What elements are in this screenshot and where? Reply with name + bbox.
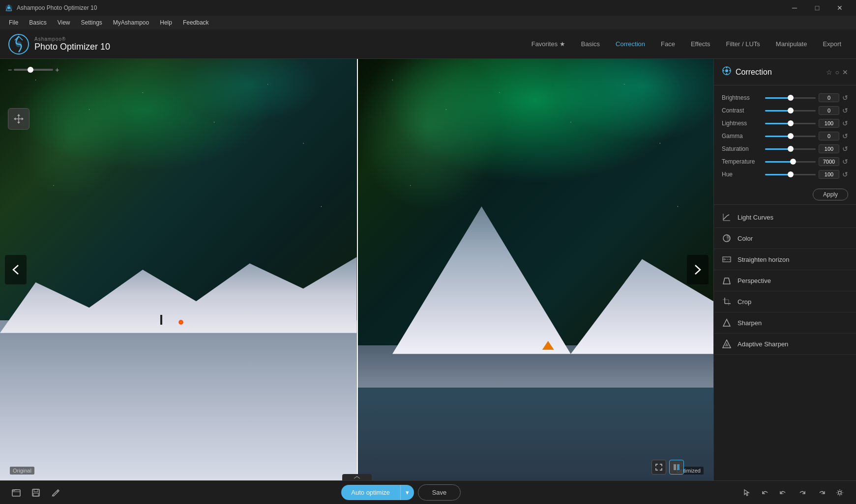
redo-all-button[interactable] <box>813 484 829 501</box>
tool-light-curves[interactable]: Light Curves <box>714 207 856 228</box>
perspective-icon <box>722 276 732 285</box>
tool-straighten[interactable]: Straighten horizon <box>714 249 856 270</box>
gamma-thumb[interactable] <box>788 133 794 139</box>
temperature-slider[interactable] <box>765 161 816 163</box>
zoom-slider[interactable] <box>14 69 53 71</box>
panel-title: Correction <box>736 68 822 77</box>
menu-basics[interactable]: Basics <box>24 18 51 27</box>
hue-slider[interactable] <box>765 174 816 175</box>
auto-optimize-dropdown-button[interactable]: ▾ <box>400 485 414 500</box>
hue-value[interactable] <box>819 170 839 179</box>
brightness-value[interactable] <box>819 93 839 102</box>
fit-screen-button[interactable] <box>651 460 666 475</box>
lightness-slider[interactable] <box>765 123 816 124</box>
tab-face[interactable]: Face <box>654 37 682 51</box>
split-view-button[interactable] <box>669 460 684 475</box>
hue-reset-icon[interactable]: ↺ <box>842 170 848 178</box>
main-content: − + <box>0 59 856 480</box>
tool-crop[interactable]: Crop <box>714 291 856 312</box>
hue-thumb[interactable] <box>788 171 794 177</box>
contrast-reset-icon[interactable]: ↺ <box>842 107 848 114</box>
panel-star-icon[interactable]: ☆ <box>826 68 832 76</box>
pointer-tool-button[interactable] <box>738 484 755 501</box>
gamma-slider[interactable] <box>765 136 816 137</box>
menu-view[interactable]: View <box>53 18 75 27</box>
gamma-value[interactable] <box>819 132 839 140</box>
sharpen-icon <box>722 318 732 328</box>
tool-list: Light Curves Color Straighten horizon Pe… <box>714 204 856 357</box>
next-image-button[interactable] <box>687 255 708 284</box>
bottom-bar: Auto optimize ▾ Save <box>0 480 856 504</box>
lightness-value[interactable] <box>819 119 839 128</box>
menu-help[interactable]: Help <box>155 18 177 27</box>
panel-help-icon[interactable]: ○ <box>835 68 839 76</box>
menu-settings[interactable]: Settings <box>76 18 107 27</box>
auto-optimize-button[interactable]: Auto optimize <box>341 485 400 500</box>
canvas-area: − + <box>0 59 713 480</box>
gamma-reset-icon[interactable]: ↺ <box>842 132 848 140</box>
saturation-reset-icon[interactable]: ↺ <box>842 145 848 153</box>
saturation-thumb[interactable] <box>788 146 794 152</box>
svg-point-17 <box>725 69 728 72</box>
minimize-button[interactable]: ─ <box>783 0 806 16</box>
undo-all-button[interactable] <box>775 484 792 501</box>
temperature-label: Temperature <box>722 158 762 165</box>
saturation-label: Saturation <box>722 145 762 152</box>
zoom-minus-icon[interactable]: − <box>8 66 12 74</box>
right-panel: Correction ☆ ○ ✕ Brightness ↺ Contra <box>713 59 856 480</box>
menu-file[interactable]: File <box>4 18 23 27</box>
lightness-row: Lightness ↺ <box>722 119 848 128</box>
lightness-thumb[interactable] <box>788 120 794 126</box>
saturation-slider[interactable] <box>765 148 816 150</box>
tab-effects[interactable]: Effects <box>684 37 717 51</box>
apply-button[interactable]: Apply <box>813 189 848 200</box>
tool-sharpen[interactable]: Sharpen <box>714 312 856 334</box>
save-button[interactable]: Save <box>418 484 461 501</box>
tab-manipulate[interactable]: Manipulate <box>769 37 814 51</box>
tab-export[interactable]: Export <box>816 37 848 51</box>
lightness-reset-icon[interactable]: ↺ <box>842 119 848 127</box>
contrast-label: Contrast <box>722 107 762 114</box>
tab-favorites[interactable]: Favorites ★ <box>525 37 572 51</box>
saturation-value[interactable] <box>819 144 839 153</box>
close-button[interactable]: ✕ <box>828 0 851 16</box>
panel-close-icon[interactable]: ✕ <box>842 68 848 76</box>
brightness-reset-icon[interactable]: ↺ <box>842 94 848 102</box>
prev-image-button[interactable] <box>5 255 27 284</box>
edit-button[interactable] <box>47 484 64 501</box>
collapse-button[interactable] <box>342 474 372 480</box>
menu-feedback[interactable]: Feedback <box>178 18 214 27</box>
tool-color[interactable]: Color <box>714 228 856 249</box>
contrast-thumb[interactable] <box>788 108 794 113</box>
settings-button[interactable] <box>831 484 848 501</box>
saturation-row: Saturation ↺ <box>722 144 848 153</box>
split-divider[interactable] <box>357 59 358 480</box>
contrast-value[interactable] <box>819 106 839 115</box>
redo-button[interactable] <box>794 484 811 501</box>
pan-button[interactable] <box>8 108 30 130</box>
contrast-slider[interactable] <box>765 110 816 112</box>
brightness-slider[interactable] <box>765 97 816 99</box>
tool-adaptive-sharpen[interactable]: Adaptive Sharpen <box>714 334 856 355</box>
original-label: Original <box>10 467 34 475</box>
tool-perspective[interactable]: Perspective <box>714 270 856 291</box>
menu-myashampoo[interactable]: MyAshampoo <box>108 18 154 27</box>
apply-section: Apply <box>714 187 856 204</box>
undo-button[interactable] <box>757 484 773 501</box>
zoom-thumb[interactable] <box>28 67 33 73</box>
pan-icon <box>13 113 24 124</box>
temperature-reset-icon[interactable]: ↺ <box>842 158 848 166</box>
save-file-button[interactable] <box>28 484 44 501</box>
zoom-plus-icon[interactable]: + <box>55 66 59 74</box>
right-toolbar <box>738 484 848 501</box>
maximize-button[interactable]: □ <box>806 0 828 16</box>
brightness-thumb[interactable] <box>788 95 794 101</box>
temperature-value[interactable] <box>819 157 839 166</box>
tab-filter-luts[interactable]: Filter / LUTs <box>719 37 767 51</box>
svg-marker-23 <box>723 278 730 284</box>
open-file-button[interactable] <box>8 484 25 501</box>
tab-correction[interactable]: Correction <box>609 37 652 51</box>
tab-basics[interactable]: Basics <box>574 37 607 51</box>
svg-marker-6 <box>17 114 20 116</box>
temperature-thumb[interactable] <box>790 159 796 165</box>
